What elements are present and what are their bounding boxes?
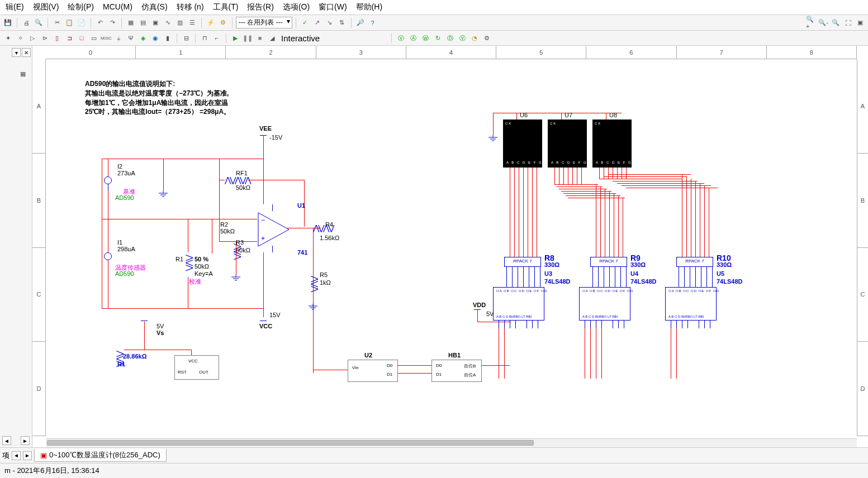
probe-settings-icon[interactable]: ⚙ [481,32,492,44]
probe-ref-icon[interactable]: ↻ [432,32,443,44]
probe-v-icon[interactable]: Ⓥ [395,32,406,44]
help-icon[interactable]: ? [367,17,378,28]
tool-mixed-icon[interactable]: ▭ [88,32,99,44]
tool-diode-icon[interactable]: ▷ [27,32,38,44]
tool-1-icon[interactable]: ✦ [2,32,13,44]
ruler-vertical-left: A B C D [32,59,46,436]
menu-sim[interactable]: 仿真(S) [138,1,171,13]
tool-trans-icon[interactable]: ⊳ [39,32,50,44]
menu-transfer[interactable]: 转移 (n) [173,1,207,13]
canvas[interactable]: 0 1 2 3 4 5 6 7 8 A B C D A B C D AD5 [32,46,868,447]
panel-next-icon[interactable]: ► [21,436,30,445]
component-icon[interactable]: ⚡ [205,17,216,28]
tab-prev-icon[interactable]: ◄ [12,451,21,460]
tool-junction-icon[interactable]: ⌐ [211,32,222,44]
menu-help[interactable]: 帮助(H) [353,1,386,13]
r9-val: 330Ω [630,261,646,268]
u4-ref: U4 [630,270,638,277]
tool-rf-icon[interactable]: ◈ [137,32,149,44]
vcc-voltage: 15V [269,312,281,318]
menu-view[interactable]: 视图(V) [30,1,63,13]
tool-hier-icon[interactable]: ⊟ [181,32,192,44]
print-preview-icon[interactable]: 🔍 [33,17,44,28]
u3-type: 74LS48D [544,278,570,285]
tool-em-icon[interactable]: ◉ [150,32,161,44]
tool-gate-icon[interactable]: ⊐ [64,32,75,44]
undo-icon[interactable]: ↶ [94,17,106,28]
tool-ind-icon[interactable]: Ψ [125,32,136,44]
tab-next-icon[interactable]: ► [23,451,32,460]
zoom-in-icon[interactable]: 🔍+ [805,17,817,28]
u6-ref: U6 [520,112,528,118]
redo-icon[interactable]: ↷ [107,17,118,28]
arrow3-icon[interactable]: ⇅ [336,17,348,28]
r1-name: 校准 [189,278,201,286]
paste-icon[interactable]: 📄 [76,17,87,28]
interactive-icon[interactable]: ◢ [267,32,278,44]
panel-close-icon[interactable]: ✕ [22,48,31,57]
probe-diff-icon[interactable]: Ⓓ [444,32,456,44]
probe-a-icon[interactable]: Ⓐ [407,32,419,44]
ruler-vertical-right: A B C D [857,59,868,436]
menu-draw[interactable]: 绘制(P) [64,1,97,13]
probe-w-icon[interactable]: Ⓦ [420,32,431,44]
menu-edit[interactable]: 辑(E) [2,1,27,13]
menu-mcu[interactable]: MCU(M) [99,1,136,13]
tool-mcu-icon[interactable]: ▮ [162,32,173,44]
cut-icon[interactable]: ✂ [51,17,63,28]
schematic-viewport[interactable]: AD590的输出电流值说明如下: 其输出电流是以绝对温度零度（−273℃）为基准… [46,59,857,436]
panel-pin-icon[interactable]: ▾ [12,48,21,57]
rf1-symbol: ⋀⋁⋀⋁⋀ [225,175,250,184]
menu-window[interactable]: 窗口(W) [315,1,350,13]
menu-tools[interactable]: 工具(T) [210,1,242,13]
i2-val: 273uA [117,170,135,176]
view-grid-icon[interactable]: ▤ [137,17,149,28]
panel-tool-icon[interactable]: ▦ [17,68,29,79]
scrollbar-horizontal[interactable] [46,438,857,447]
zoom-area-icon[interactable]: ⛶ [842,17,853,28]
vs-label: Vs [156,329,164,336]
r1-ref: R1 [176,256,183,262]
view-misc-icon[interactable]: ☰ [187,17,198,28]
view-schematic-icon[interactable]: ▦ [125,17,136,28]
view-wave-icon[interactable]: ∿ [162,17,173,28]
tool-logic-icon[interactable]: □ [76,32,87,44]
arrow-icon[interactable]: ↗ [312,17,323,28]
i1-type: AD590 [115,270,134,277]
view-part-icon[interactable]: ▣ [150,17,161,28]
i1-val: 298uA [117,246,135,252]
in-use-list-select[interactable]: --- 在用列表 --- [236,17,292,28]
menu-report[interactable]: 报告(R) [244,1,277,13]
document-tab[interactable]: ▣ 0~100℃数显温度计(8位256_ADC) [34,449,167,462]
panel-prev-icon[interactable]: ◄ [2,436,11,445]
check-icon[interactable]: ✓ [300,17,311,28]
search-icon[interactable]: 🔎 [355,17,366,28]
u7-ref: U7 [565,112,572,118]
copy-icon[interactable]: 📋 [64,17,75,28]
fullscreen-icon[interactable]: ▣ [855,17,866,28]
tool-bus-icon[interactable]: ⊓ [199,32,210,44]
svg-text:−: − [261,216,265,224]
u3-ref: U3 [544,270,552,277]
play-icon[interactable]: ▶ [230,32,241,44]
tool-misc-icon[interactable]: MISC [101,32,112,44]
doc-title: 0~100℃数显温度计(8位256_ADC) [49,450,160,460]
menu-options[interactable]: 选项(O) [279,1,313,13]
view-sheet-icon[interactable]: ▥ [174,17,186,28]
zoom-out-icon[interactable]: 🔍- [818,17,829,28]
arrow2-icon[interactable]: ↘ [324,17,335,28]
component2-icon[interactable]: ⚙ [217,17,229,28]
print-icon[interactable]: 🖨 [21,17,32,28]
probe-dig-icon[interactable]: ◔ [469,32,480,44]
stop-icon[interactable]: ■ [254,32,265,44]
pause-icon[interactable]: ❚❚ [242,32,253,44]
tool-power-icon[interactable]: ⏚ [113,32,124,44]
r1-symbol: ⋀⋁⋀ [186,255,195,270]
zoom-fit-icon[interactable]: 🔍 [830,17,841,28]
tool-ic-icon[interactable]: ▯ [51,32,63,44]
u1-ref: U1 [297,202,305,209]
tool-2-icon[interactable]: ✧ [15,32,26,44]
vee-label: VEE [259,125,272,132]
save-icon[interactable]: 💾 [2,17,13,28]
probe-v2-icon[interactable]: Ⓥ [457,32,468,44]
